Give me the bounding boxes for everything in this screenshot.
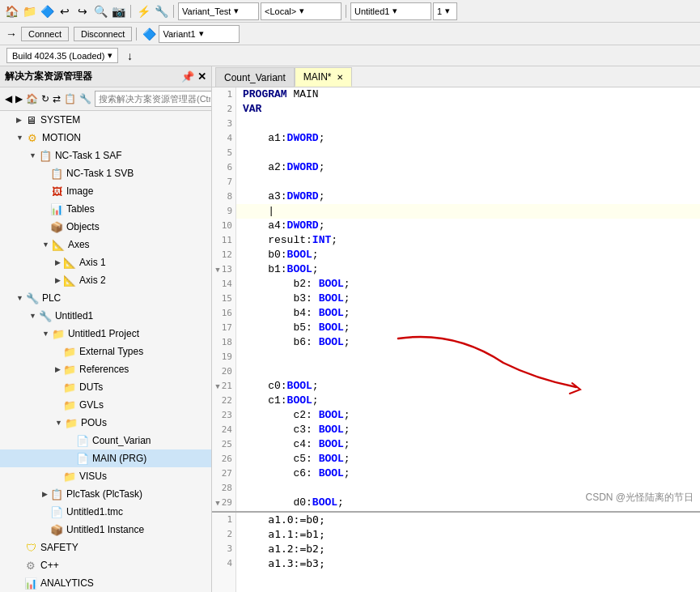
sidebar-item-nctask1saf[interactable]: ▼ 📋 NC-Task 1 SAF: [0, 147, 211, 164]
linenum-9: 9: [212, 204, 235, 219]
externaltypes-icon: 📁: [62, 344, 77, 359]
sidebar-item-tables[interactable]: ▶ 📊 Tables: [0, 200, 211, 218]
untitled1proj-icon: 📁: [51, 326, 66, 341]
sidebar-item-objects[interactable]: ▶ 📦 Objects: [0, 218, 211, 236]
untitled1-label: Untitled1: [55, 310, 93, 322]
toolbar-icon-6[interactable]: 🔍: [92, 3, 108, 19]
toolbar-icon-4[interactable]: ↩: [57, 3, 73, 19]
sidebar-item-plc[interactable]: ▼ 🔧 PLC: [0, 289, 211, 307]
build-icon[interactable]: ↓: [121, 48, 138, 64]
sep-4: [136, 28, 137, 40]
sidebar-item-mainprg[interactable]: ▶ 📄 MAIN (PRG): [0, 449, 211, 467]
local-dropdown[interactable]: <Local> ▾: [261, 2, 342, 20]
linenum-11: 11: [212, 233, 235, 248]
linenum-8: 8: [212, 190, 235, 204]
sidebar-item-plctask[interactable]: ▶ 📋 PlcTask (PlcTask): [0, 485, 211, 503]
untitled-dropdown[interactable]: Untitled1 ▾: [350, 2, 431, 20]
code-line-21: c0:BOOL;: [236, 379, 700, 394]
sidebar-item-cpp[interactable]: ▶ ⚙ C++: [0, 556, 211, 574]
botlinenum-1: 1: [212, 513, 235, 527]
build-dropdown[interactable]: Build 4024.35 (Loaded) ▾: [6, 48, 118, 63]
sidebar-item-pous[interactable]: ▼ 📁 POUs: [0, 414, 211, 432]
sync-icon[interactable]: ⇄: [53, 93, 61, 104]
connect-button[interactable]: Connect: [21, 27, 69, 41]
build-bar: Build 4024.35 (Loaded) ▾ ↓: [0, 45, 700, 66]
nctask1svb-label: NC-Task 1 SVB: [66, 168, 134, 179]
sidebar-item-axes[interactable]: ▼ 📐 Axes: [0, 236, 211, 253]
arrow-axes: ▼: [42, 241, 49, 249]
code-area[interactable]: PROGRAM MAIN VAR a1:DWORD; a2:DWORD; a3:…: [236, 87, 700, 511]
toolbar-icon-2[interactable]: 📁: [21, 3, 37, 19]
sidebar-item-untitled1proj[interactable]: ▼ 📁 Untitled1 Project: [0, 325, 211, 343]
variant1-dropdown[interactable]: Variant1 ▾: [159, 25, 240, 43]
connect-icon[interactable]: →: [3, 26, 19, 42]
toolbar-icon-9[interactable]: 🔧: [153, 3, 169, 19]
system-icon: 🖥: [23, 113, 38, 127]
sep-2: [173, 5, 174, 18]
safety-label: SAFETY: [40, 542, 78, 553]
sidebar-item-countvariant[interactable]: ▶ 📄 Count_Varian: [0, 432, 211, 449]
linenum-24: 24: [212, 423, 235, 437]
sep-1: [130, 5, 131, 18]
sidebar-item-axis1[interactable]: ▶ 📐 Axis 1: [0, 253, 211, 271]
copy-icon[interactable]: 📋: [64, 93, 76, 104]
sidebar-item-nctask1svb[interactable]: ▶ 📋 NC-Task 1 SVB: [0, 164, 211, 182]
tab-main-close[interactable]: ✕: [337, 73, 343, 82]
variant-dropdown[interactable]: Variant_Test ▾: [178, 2, 259, 20]
tab-count-variant-label: Count_Variant: [224, 72, 286, 83]
close-icon[interactable]: ✕: [197, 70, 206, 83]
home-icon[interactable]: 🏠: [26, 93, 38, 104]
sidebar: 解决方案资源管理器 📌 ✕ ◀ ▶ 🏠 ↻ ⇄ 📋 🔧 🔍 ▶ 🖥 SYSTEM: [0, 66, 212, 592]
code-line-11: result:INT;: [236, 233, 700, 248]
motion-icon: ⚙: [25, 130, 40, 145]
gvls-icon: 📁: [62, 398, 77, 412]
toolbar-icon-5[interactable]: ↪: [74, 3, 91, 19]
tab-count-variant[interactable]: Count_Variant: [215, 67, 295, 87]
disconnect-button[interactable]: Disconnect: [74, 27, 132, 41]
toolbar-icon-3[interactable]: 🔷: [39, 3, 55, 19]
sidebar-item-untitled1[interactable]: ▼ 🔧 Untitled1: [0, 307, 211, 325]
sidebar-item-untitled1tmc[interactable]: ▶ 📄 Untitled1.tmc: [0, 503, 211, 521]
pin-icon[interactable]: 📌: [181, 70, 194, 83]
sidebar-item-gvls[interactable]: ▶ 📁 GVLs: [0, 396, 211, 414]
nav-fwd-icon[interactable]: ▶: [15, 93, 23, 104]
refresh-icon[interactable]: ↻: [41, 93, 49, 104]
sidebar-item-motion[interactable]: ▼ ⚙ MOTION: [0, 129, 211, 147]
toolbar-icon-1[interactable]: 🏠: [3, 3, 19, 19]
toolbar-icon-8[interactable]: ⚡: [135, 3, 151, 19]
code-line-2: VAR: [236, 102, 700, 117]
sidebar-header: 解决方案资源管理器 📌 ✕: [0, 66, 211, 87]
editor-tabs: Count_Variant MAIN* ✕: [212, 66, 700, 87]
linenum-26: 26: [212, 452, 235, 466]
toolbar-icon-7[interactable]: 📷: [110, 3, 126, 19]
settings-icon[interactable]: 🔧: [79, 93, 91, 104]
sidebar-item-safety[interactable]: ▶ 🛡 SAFETY: [0, 539, 211, 556]
sidebar-item-references[interactable]: ▶ 📁 References: [0, 360, 211, 378]
sidebar-item-duts[interactable]: ▶ 📁 DUTs: [0, 378, 211, 396]
tab-main[interactable]: MAIN* ✕: [295, 67, 352, 87]
code-line-15: b3: BOOL;: [236, 292, 700, 306]
linenum-10: 10: [212, 219, 235, 233]
num-dropdown[interactable]: 1 ▾: [433, 2, 457, 20]
search-input[interactable]: [95, 91, 212, 107]
linenum-7: 7: [212, 175, 235, 190]
untitled1-icon: 🔧: [38, 309, 53, 323]
linenum-1: 1: [212, 87, 235, 102]
bot-code-line-2: a1.1:=b1;: [236, 527, 700, 542]
sidebar-item-untitled1inst[interactable]: ▶ 📦 Untitled1 Instance: [0, 521, 211, 539]
code-line-16: b4: BOOL;: [236, 306, 700, 321]
sidebar-item-visus[interactable]: ▶ 📁 VISUs: [0, 467, 211, 485]
bottom-code-area[interactable]: a1.0:=b0; a1.1:=b1; a1.2:=b2; a1.3:=b3;: [236, 513, 700, 592]
code-line-19: [236, 350, 700, 364]
sidebar-item-system[interactable]: ▶ 🖥 SYSTEM: [0, 111, 211, 129]
duts-label: DUTs: [79, 381, 103, 393]
sidebar-item-analytics[interactable]: ▶ 📊 ANALYTICS: [0, 574, 211, 592]
visus-icon: 📁: [62, 469, 77, 483]
sidebar-item-externaltypes[interactable]: ▶ 📁 External Types: [0, 343, 211, 360]
linenum-4: 4: [212, 131, 235, 146]
sidebar-item-image[interactable]: ▶ 🖼 Image: [0, 182, 211, 200]
main-layout: 解决方案资源管理器 📌 ✕ ◀ ▶ 🏠 ↻ ⇄ 📋 🔧 🔍 ▶ 🖥 SYSTEM: [0, 66, 700, 592]
linenum-14: 14: [212, 277, 235, 292]
nav-back-icon[interactable]: ◀: [5, 93, 12, 104]
sidebar-item-axis2[interactable]: ▶ 📐 Axis 2: [0, 271, 211, 289]
